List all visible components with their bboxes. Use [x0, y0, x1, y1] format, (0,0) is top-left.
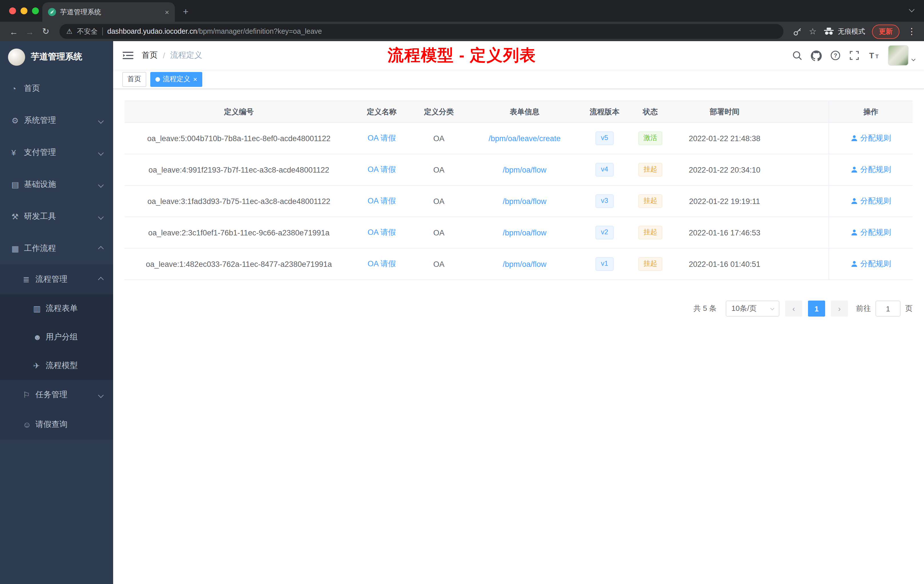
version-tag[interactable]: v4 — [595, 163, 614, 176]
pagination: 共 5 条 10条/页 ‹ 1 › 前往 页 — [125, 300, 912, 317]
tab-search-chevron-icon[interactable] — [910, 3, 914, 14]
new-tab-button[interactable]: + — [183, 7, 188, 16]
form-link[interactable]: /bpm/oa/flow — [503, 228, 546, 237]
yen-icon: ¥ — [12, 148, 24, 157]
window: 芋道管理系统 × + ← → ↻ ⚠ 不安全 dashboard.yudao.i… — [0, 0, 924, 584]
deploy-time: 2022-01-16 17:46:53 — [673, 217, 776, 248]
tag-process-definition[interactable]: 流程定义 × — [150, 72, 202, 87]
sidebar-item-user-group[interactable]: ☻ 用户分组 — [0, 323, 113, 351]
sidebar-logo: 芋道管理系统 — [0, 41, 113, 73]
sidebar-item-infrastructure[interactable]: ▤ 基础设施 — [0, 168, 113, 201]
col-status: 状态 — [627, 101, 673, 122]
page-unit-label: 页 — [905, 304, 912, 314]
tab-close-icon[interactable]: × — [165, 8, 169, 16]
breadcrumb: 首页 / 流程定义 — [142, 50, 202, 61]
sidebar-item-payment-management[interactable]: ¥ 支付管理 — [0, 137, 113, 168]
filler-cell — [776, 186, 828, 216]
filler-cell — [776, 249, 828, 279]
content: 定义编号 定义名称 定义分类 表单信息 流程版本 状态 部署时间 操作 oa_l… — [113, 89, 924, 584]
breadcrumb-separator: / — [163, 51, 165, 60]
status-badge: 挂起 — [638, 163, 662, 176]
hamburger-icon[interactable] — [122, 50, 134, 61]
sidebar: 芋道管理系统 ◔ 首页 ⚙ 系统管理 ¥ 支付管理 ▤ 基础设施 — [0, 41, 113, 584]
form-link[interactable]: /bpm/oa/flow — [503, 165, 546, 174]
definition-category: OA — [410, 217, 467, 248]
user-icon — [851, 229, 858, 236]
filler-cell — [776, 123, 828, 154]
browser-tab[interactable]: 芋道管理系统 × — [42, 2, 175, 22]
definition-name-link[interactable]: OA 请假 — [368, 133, 396, 144]
leave-query-icon: ☺ — [23, 420, 35, 429]
help-icon[interactable]: ? — [830, 50, 841, 61]
assign-rule-link[interactable]: 分配规则 — [860, 228, 891, 238]
user-group-icon: ☻ — [33, 333, 46, 342]
window-close-button[interactable] — [9, 7, 16, 14]
svg-text:?: ? — [834, 52, 837, 59]
page-size-select[interactable]: 10条/页 — [726, 300, 779, 317]
table-row: oa_leave:4:991f2193-7b7f-11ec-a3c8-acde4… — [125, 154, 912, 186]
security-label[interactable]: 不安全 — [77, 26, 98, 36]
address-bar[interactable]: ⚠ 不安全 dashboard.yudao.iocoder.cn/bpm/man… — [59, 24, 783, 39]
sidebar-item-process-form[interactable]: ▥ 流程表单 — [0, 294, 113, 323]
user-icon — [851, 261, 858, 267]
definition-name-link[interactable]: OA 请假 — [368, 228, 396, 238]
password-key-icon[interactable] — [792, 26, 802, 36]
browser-menu-icon[interactable]: ⋮ — [906, 26, 917, 36]
sidebar-item-home[interactable]: ◔ 首页 — [0, 73, 113, 105]
sidebar-item-leave-query[interactable]: ☺ 请假查询 — [0, 410, 113, 439]
version-tag[interactable]: v5 — [595, 132, 614, 145]
assign-rule-link[interactable]: 分配规则 — [860, 196, 891, 206]
assign-rule-link[interactable]: 分配规则 — [860, 259, 891, 269]
url-host: dashboard.yudao.iocoder.cn — [107, 27, 197, 35]
goto-page-input[interactable] — [875, 300, 901, 317]
url-text[interactable]: dashboard.yudao.iocoder.cn/bpm/manager/d… — [107, 27, 322, 35]
definition-id: oa_leave:5:004b710b-7b8a-11ec-8ef0-acde4… — [125, 123, 353, 154]
tab-favicon-icon — [48, 8, 56, 16]
chevron-down-icon — [98, 392, 104, 398]
definition-category: OA — [410, 154, 467, 185]
definition-name-link[interactable]: OA 请假 — [368, 259, 396, 269]
goto-page: 前往 页 — [856, 300, 912, 317]
github-icon[interactable] — [811, 50, 822, 61]
bookmark-star-icon[interactable]: ☆ — [809, 26, 817, 36]
prev-page-button[interactable]: ‹ — [785, 300, 802, 317]
update-button[interactable]: 更新 — [872, 24, 899, 39]
form-link[interactable]: /bpm/oa/flow — [503, 260, 546, 268]
breadcrumb-home[interactable]: 首页 — [142, 50, 158, 61]
assign-rule-link[interactable]: 分配规则 — [860, 165, 891, 175]
window-zoom-button[interactable] — [32, 7, 39, 14]
next-page-button[interactable]: › — [831, 300, 848, 317]
form-link[interactable]: /bpm/oa/flow — [503, 197, 546, 205]
window-minimize-button[interactable] — [21, 7, 27, 14]
search-icon[interactable] — [792, 50, 802, 61]
forward-button[interactable]: → — [23, 26, 36, 36]
definition-name-link[interactable]: OA 请假 — [368, 165, 396, 175]
user-menu[interactable] — [888, 45, 915, 66]
url-path: /bpm/manager/definition?key=oa_leave — [197, 27, 322, 35]
dashboard-icon: ◔ — [12, 84, 24, 93]
back-button[interactable]: ← — [7, 26, 21, 36]
font-size-icon[interactable]: TT — [868, 50, 879, 61]
form-link[interactable]: /bpm/oa/leave/create — [488, 134, 561, 143]
reload-button[interactable]: ↻ — [39, 26, 53, 36]
sidebar-item-process-model[interactable]: ✈ 流程模型 — [0, 351, 113, 380]
incognito-badge: 无痕模式 — [823, 26, 865, 36]
user-icon — [851, 198, 858, 205]
tag-close-icon[interactable]: × — [193, 76, 197, 82]
version-tag[interactable]: v1 — [595, 257, 614, 271]
definition-id: oa_leave:3:1fad3d93-7b75-11ec-a3c8-acde4… — [125, 186, 353, 216]
assign-rule-link[interactable]: 分配规则 — [860, 133, 891, 144]
avatar[interactable] — [888, 45, 909, 66]
sidebar-item-system-management[interactable]: ⚙ 系统管理 — [0, 105, 113, 137]
sidebar-item-task-management[interactable]: ⚐ 任务管理 — [0, 380, 113, 410]
current-page[interactable]: 1 — [808, 300, 825, 317]
version-tag[interactable]: v2 — [595, 226, 614, 239]
sidebar-item-process-management[interactable]: ≣ 流程管理 — [0, 265, 113, 294]
main-area: 首页 / 流程定义 ? TT 首页 — [113, 41, 924, 584]
fullscreen-icon[interactable] — [849, 50, 860, 61]
sidebar-item-workflow[interactable]: ▦ 工作流程 — [0, 233, 113, 265]
tag-home[interactable]: 首页 — [122, 72, 146, 87]
sidebar-item-dev-tools[interactable]: ⚒ 研发工具 — [0, 201, 113, 233]
definition-name-link[interactable]: OA 请假 — [368, 196, 396, 206]
version-tag[interactable]: v3 — [595, 194, 614, 208]
